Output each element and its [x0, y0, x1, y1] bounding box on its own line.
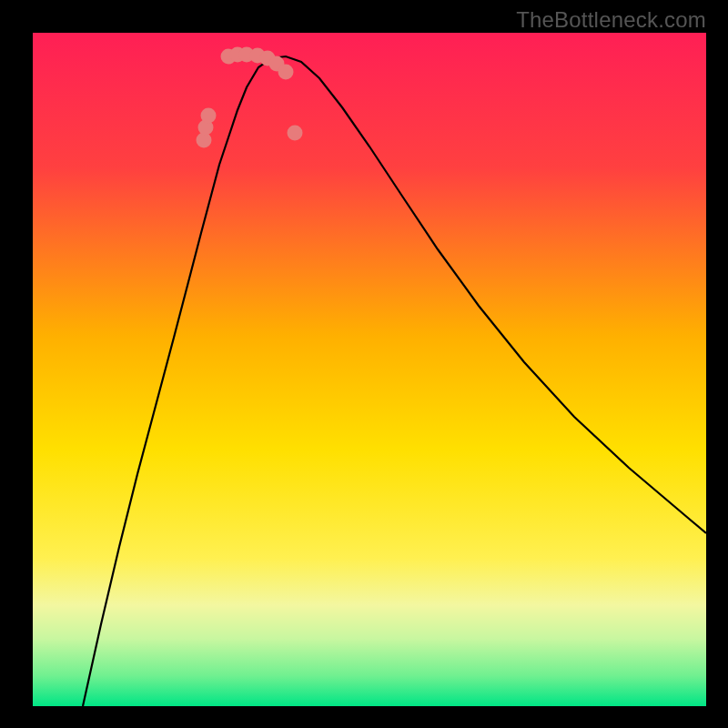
plot-area: [33, 33, 706, 706]
curve-marker: [201, 108, 217, 124]
curve-marker: [278, 65, 294, 80]
bottleneck-curve: [83, 56, 706, 706]
curve-markers: [197, 47, 303, 148]
chart-svg: [33, 33, 706, 706]
chart-frame: TheBottleneck.com: [0, 0, 728, 728]
watermark-text: TheBottleneck.com: [516, 7, 706, 33]
curve-marker: [288, 126, 303, 141]
